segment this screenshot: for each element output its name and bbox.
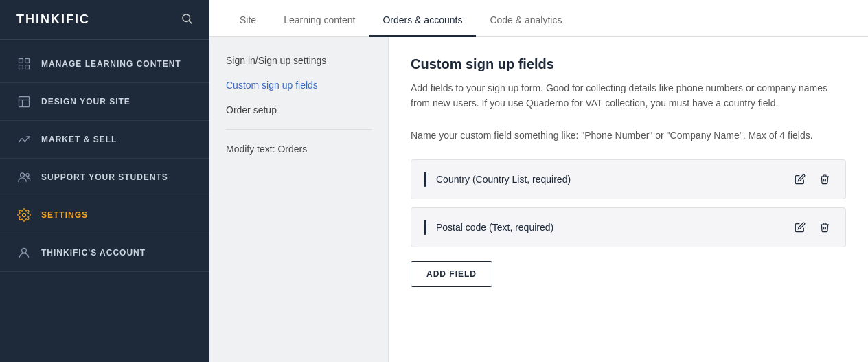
tab-learning-content[interactable]: Learning content xyxy=(270,5,369,37)
sidebar-item-support-students[interactable]: SUPPORT YOUR STUDENTS xyxy=(0,159,209,196)
svg-point-11 xyxy=(23,214,26,217)
trending-icon xyxy=(16,132,32,147)
grid-icon xyxy=(16,56,32,71)
search-icon xyxy=(181,12,193,25)
svg-rect-5 xyxy=(25,65,30,69)
panel-description-1: Add fields to your sign up form. Good fo… xyxy=(411,80,846,111)
sidebar-item-design-site[interactable]: DESIGN YOUR SITE xyxy=(0,83,209,121)
sidebar-item-thinkific-account[interactable]: THINKIFIC'S ACCOUNT xyxy=(0,234,209,272)
tab-site[interactable]: Site xyxy=(226,5,270,37)
main-area: Site Learning content Orders & accounts … xyxy=(209,0,868,362)
top-tabs: Site Learning content Orders & accounts … xyxy=(209,0,868,37)
sub-nav-modify-text-orders[interactable]: Modify text: Orders xyxy=(209,137,388,161)
sidebar-item-manage-learning[interactable]: MANAGE LEARNING CONTENT xyxy=(0,45,209,83)
svg-line-1 xyxy=(189,21,192,23)
pencil-icon xyxy=(795,174,806,185)
panel-title: Custom sign up fields xyxy=(411,56,846,72)
sidebar-item-settings[interactable]: SETTINGS xyxy=(0,196,209,234)
svg-rect-2 xyxy=(19,59,23,63)
sidebar-item-label: SUPPORT YOUR STUDENTS xyxy=(41,172,168,182)
layout-icon xyxy=(16,94,32,109)
settings-icon xyxy=(16,207,32,223)
sidebar-item-label: MARKET & SELL xyxy=(41,135,117,144)
field-actions-postal-code xyxy=(792,219,833,236)
svg-rect-3 xyxy=(25,59,30,63)
pencil-icon xyxy=(795,222,806,233)
sub-nav-divider xyxy=(226,129,372,130)
search-button[interactable] xyxy=(181,12,193,27)
sidebar-item-market-sell[interactable]: MARKET & SELL xyxy=(0,121,209,159)
add-field-button[interactable]: ADD FIELD xyxy=(411,261,492,287)
svg-point-9 xyxy=(21,173,25,177)
content-area: Sign in/Sign up settings Custom sign up … xyxy=(209,37,868,362)
sidebar-item-label: SETTINGS xyxy=(41,210,88,220)
sidebar-item-label: THINKIFIC'S ACCOUNT xyxy=(41,248,146,258)
users-icon xyxy=(16,170,32,185)
sidebar-item-label: MANAGE LEARNING CONTENT xyxy=(41,59,181,69)
sub-nav-order-setup[interactable]: Order setup xyxy=(209,98,388,122)
edit-postal-code-button[interactable] xyxy=(792,219,808,236)
sidebar-item-label: DESIGN YOUR SITE xyxy=(41,97,130,106)
sidebar: THINKIFIC MANAGE LEARNING CONTENT DESIGN… xyxy=(0,0,209,362)
field-actions-country xyxy=(792,171,833,188)
logo-text: THINKIFIC xyxy=(16,12,90,27)
panel-description-2: Name your custom field something like: "… xyxy=(411,128,846,143)
field-label-postal-code: Postal code (Text, required) xyxy=(436,222,792,233)
user-icon xyxy=(16,245,32,260)
field-label-country: Country (Country List, required) xyxy=(436,174,792,185)
svg-rect-4 xyxy=(19,65,23,69)
sub-nav-sign-in-signup[interactable]: Sign in/Sign up settings xyxy=(209,48,388,73)
field-bar xyxy=(424,220,426,235)
tab-orders-accounts[interactable]: Orders & accounts xyxy=(369,5,476,37)
delete-postal-code-button[interactable] xyxy=(816,219,833,236)
delete-country-button[interactable] xyxy=(816,171,833,188)
field-bar xyxy=(424,172,426,187)
trash-icon xyxy=(819,222,830,233)
svg-point-12 xyxy=(22,248,27,253)
sub-nav-custom-sign-up[interactable]: Custom sign up fields xyxy=(209,73,388,98)
tab-code-analytics[interactable]: Code & analytics xyxy=(476,5,575,37)
svg-point-0 xyxy=(183,14,190,22)
field-item-postal-code: Postal code (Text, required) xyxy=(411,207,846,247)
edit-country-button[interactable] xyxy=(792,171,808,188)
field-item-country: Country (Country List, required) xyxy=(411,159,846,199)
svg-point-10 xyxy=(26,174,29,177)
svg-rect-6 xyxy=(19,97,30,107)
sidebar-nav: MANAGE LEARNING CONTENT DESIGN YOUR SITE… xyxy=(0,40,209,278)
trash-icon xyxy=(819,174,830,185)
panel: Custom sign up fields Add fields to your… xyxy=(388,37,868,362)
sub-nav: Sign in/Sign up settings Custom sign up … xyxy=(209,37,388,362)
sidebar-logo: THINKIFIC xyxy=(0,0,209,40)
